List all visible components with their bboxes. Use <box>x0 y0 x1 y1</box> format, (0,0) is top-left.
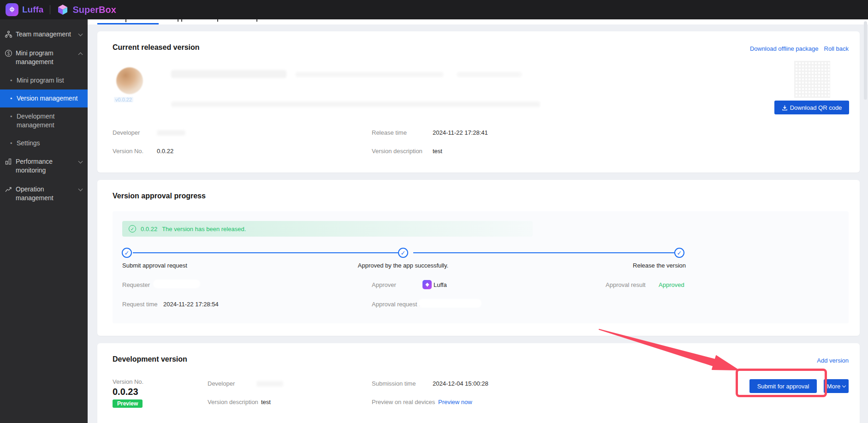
submit-for-approval-button[interactable]: Submit for approval <box>749 379 817 393</box>
sidebar-item-label: Mini program management <box>16 49 79 66</box>
sidebar-item-operation-management[interactable]: Operation management <box>0 180 88 208</box>
sidebar-item-label: Operation management <box>16 185 79 203</box>
dev-developer-label: Developer <box>208 380 235 387</box>
step-check-icon: ✓ <box>398 248 408 258</box>
download-offline-package-link[interactable]: Download offline package <box>750 45 819 52</box>
dev-version-description-label: Version description <box>208 399 258 405</box>
censored-app-name <box>171 70 286 78</box>
sidebar-item-mini-program-management[interactable]: Mini program management <box>0 44 88 71</box>
censored-app-description <box>171 101 540 107</box>
request-time-value: 2024-11-22 17:28:54 <box>163 301 219 308</box>
roll-back-link[interactable]: Roll back <box>824 45 849 52</box>
approver-value: Luffa <box>434 281 447 288</box>
active-tab-underline[interactable] <box>97 23 159 24</box>
censored-approval-request-id <box>418 299 482 308</box>
card-title: Current released version <box>113 43 200 52</box>
sidebar-item-development-management[interactable]: • Development management <box>0 107 88 134</box>
censored-app-id <box>296 72 443 77</box>
card-title: Version approval progress <box>113 192 206 200</box>
sidebar-subitem-label: Version management <box>17 94 77 103</box>
app-version-badge: v0.0.22 <box>114 97 133 102</box>
release-status-banner: ✓ 0.0.22 The version has been released. <box>122 221 533 237</box>
qr-code-image <box>794 61 830 98</box>
censored-requester-value <box>153 280 200 288</box>
luffa-logo-icon <box>6 3 18 16</box>
clipped-tab-text <box>217 19 218 22</box>
release-time-label: Release time <box>372 129 407 136</box>
version-description-value: test <box>433 148 442 155</box>
app-avatar <box>116 67 143 94</box>
request-time-label: Request time <box>122 301 158 308</box>
org-chart-icon <box>4 30 13 38</box>
luffa-glyph-icon <box>8 6 16 13</box>
luffa-brand-label: Luffa <box>22 5 43 15</box>
add-version-link[interactable]: Add version <box>817 357 849 364</box>
step-check-icon: ✓ <box>674 248 684 258</box>
sidebar-item-settings[interactable]: • Settings <box>0 134 88 152</box>
scrollbar-thumb[interactable] <box>864 21 867 100</box>
requester-label: Requester <box>122 281 150 288</box>
more-label: More <box>827 383 841 390</box>
sidebar-item-performance-monitoring[interactable]: Performance monitoring <box>0 152 88 180</box>
step-connector <box>413 252 674 253</box>
chevron-down-icon <box>78 187 83 191</box>
header-divider <box>50 5 50 14</box>
clipped-tab-text <box>178 19 178 22</box>
more-button[interactable]: More <box>824 379 849 393</box>
clipped-tab-text <box>256 19 257 22</box>
sidebar-item-label: Performance monitoring <box>16 157 79 175</box>
clipped-tab-text <box>181 19 182 22</box>
banner-version: 0.0.22 <box>141 226 157 232</box>
card-actions: Download offline package Roll back <box>750 45 849 52</box>
sidebar-item-version-management[interactable]: • Version management <box>0 89 88 107</box>
preview-now-link[interactable]: Preview now <box>438 399 472 405</box>
approver-label: Approver <box>372 281 396 288</box>
release-time-value: 2024-11-22 17:28:41 <box>433 129 488 136</box>
sidebar-item-team-management[interactable]: Team management <box>0 25 88 44</box>
version-no-value: 0.0.22 <box>157 148 173 155</box>
bullet-icon: • <box>10 76 17 85</box>
card-title: Development version <box>113 355 187 363</box>
sidebar-subitem-label: Settings <box>17 139 40 148</box>
approval-steps: ✓ ✓ ✓ <box>113 248 849 258</box>
mini-program-icon <box>4 49 13 57</box>
developer-label: Developer <box>113 129 140 136</box>
version-no-label: Version No. <box>113 148 143 155</box>
download-icon <box>782 105 788 111</box>
approval-panel: ✓ 0.0.22 The version has been released. … <box>113 211 849 323</box>
line-chart-icon <box>4 185 13 193</box>
bar-chart-icon <box>4 158 13 165</box>
step-label-submit: Submit approval request <box>122 262 187 269</box>
tab-strip <box>88 19 868 24</box>
approval-result-value: Approved <box>659 281 684 288</box>
check-circle-icon: ✓ <box>129 225 136 232</box>
step-connector <box>133 252 398 253</box>
sidebar-subitem-label: Development management <box>17 112 82 130</box>
superbox-cube-icon <box>57 4 69 16</box>
dev-version-description-value: test <box>261 399 271 405</box>
version-approval-progress-card: Version approval progress ✓ 0.0.22 The v… <box>97 180 860 336</box>
censored-app-meta <box>457 72 522 77</box>
luffa-avatar-icon <box>422 280 432 289</box>
step-label-release: Release the version <box>633 262 686 269</box>
superbox-brand-label: SuperBox <box>72 5 116 15</box>
clipped-tab-text <box>125 19 126 22</box>
app-header: Luffa SuperBox <box>0 0 868 19</box>
download-qr-code-button[interactable]: Download QR code <box>774 101 849 114</box>
sidebar-item-mini-program-list[interactable]: • Mini program list <box>0 71 88 89</box>
bullet-icon: • <box>10 112 17 121</box>
current-released-version-card: Current released version Download offlin… <box>97 31 860 173</box>
download-qr-label: Download QR code <box>790 104 842 111</box>
sidebar-subitem-label: Mini program list <box>17 76 64 85</box>
bullet-icon: • <box>10 139 17 148</box>
chevron-down-icon <box>78 159 83 164</box>
step-check-icon: ✓ <box>122 248 132 258</box>
submission-time-value: 2024-12-04 15:00:28 <box>433 380 488 387</box>
dev-version-no-label: Version No. <box>113 378 143 385</box>
step-label-approved: Approved by the app successfully. <box>358 262 448 269</box>
banner-message: The version has been released. <box>162 226 246 232</box>
development-version-card: Development version Add version Version … <box>97 343 860 423</box>
chevron-down-icon <box>842 383 846 387</box>
submit-for-approval-label: Submit for approval <box>757 383 809 390</box>
approval-result-label: Approval result <box>606 281 646 288</box>
